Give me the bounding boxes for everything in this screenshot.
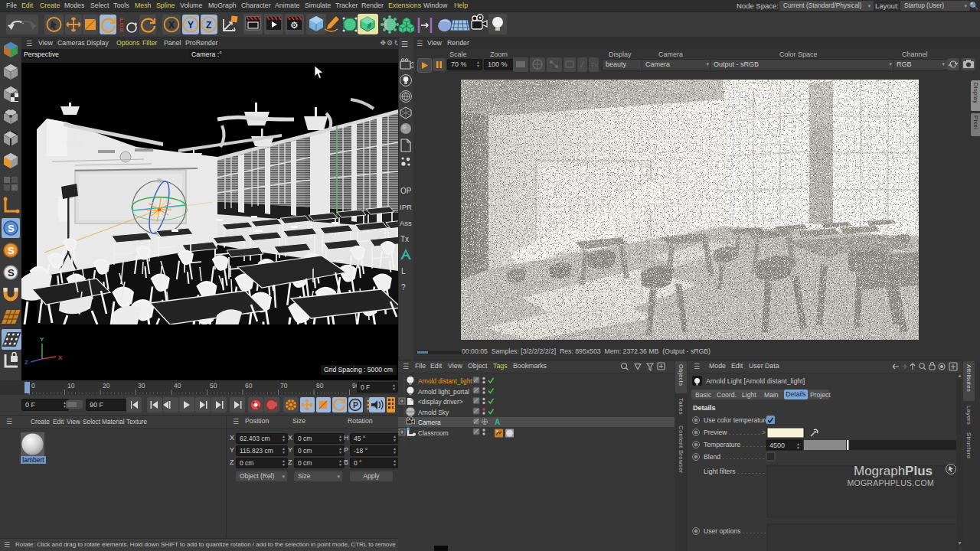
svg-text:0: 0	[31, 382, 35, 390]
svg-text:80: 80	[316, 382, 324, 390]
svg-text:4500: 4500	[769, 442, 785, 449]
svg-text:Arnold Sky: Arnold Sky	[418, 409, 449, 416]
svg-text:☰: ☰	[401, 40, 408, 48]
svg-text:?: ?	[401, 283, 406, 292]
svg-text:<display driver>: <display driver>	[418, 398, 463, 406]
svg-text:Camera :°: Camera :°	[191, 51, 222, 58]
svg-text:30: 30	[138, 382, 145, 390]
svg-text:Tx: Tx	[590, 61, 598, 69]
svg-text:S: S	[8, 223, 15, 234]
svg-text:Z: Z	[24, 359, 28, 366]
svg-text:X: X	[58, 354, 63, 361]
svg-text:Preview . . . . . . . . . >: Preview . . . . . . . . . >	[704, 429, 766, 436]
svg-text:MographPlus: MographPlus	[854, 464, 933, 478]
svg-text:40: 40	[174, 382, 181, 390]
svg-text:60: 60	[245, 382, 253, 390]
svg-text:P: P	[353, 401, 358, 409]
svg-text:▼: ▼	[796, 445, 800, 450]
svg-text:Perspective: Perspective	[24, 51, 59, 58]
svg-text:70: 70	[280, 382, 288, 390]
svg-text:A: A	[495, 418, 500, 426]
svg-text:Arnold distant_light: Arnold distant_light	[418, 377, 472, 385]
svg-text:Temperature . . . . . . .: Temperature . . . . . . .	[704, 441, 766, 448]
svg-text:IPR: IPR	[400, 203, 412, 211]
svg-text:MOGRAPHPLUS.COM: MOGRAPHPLUS.COM	[847, 478, 934, 487]
svg-text:Camera: Camera	[418, 419, 441, 426]
svg-text:10: 10	[67, 382, 75, 390]
svg-text:L: L	[401, 267, 406, 276]
svg-text:Classroom: Classroom	[418, 429, 449, 437]
svg-text:Ass: Ass	[400, 219, 412, 227]
svg-text:S: S	[8, 267, 15, 279]
svg-text:Arnold light_portal: Arnold light_portal	[418, 388, 469, 396]
svg-text:Blend . . . . . . . . . . . .: Blend . . . . . . . . . . . . .	[704, 453, 768, 461]
svg-text:20: 20	[103, 382, 110, 390]
svg-text:Use color temperature: Use color temperature	[704, 416, 769, 424]
svg-text:50: 50	[210, 382, 217, 390]
svg-text:Light filters . . . . . . . .: Light filters . . . . . . . . .	[704, 468, 769, 475]
svg-text:Grid Spacing : 5000 cm: Grid Spacing : 5000 cm	[324, 366, 393, 373]
svg-text:OP: OP	[400, 187, 412, 195]
svg-text:S: S	[8, 245, 15, 256]
svg-text:Tx: Tx	[400, 235, 409, 243]
svg-text:Y: Y	[40, 336, 44, 343]
svg-text:User options . . . . . . . .: User options . . . . . . . .	[704, 527, 769, 535]
